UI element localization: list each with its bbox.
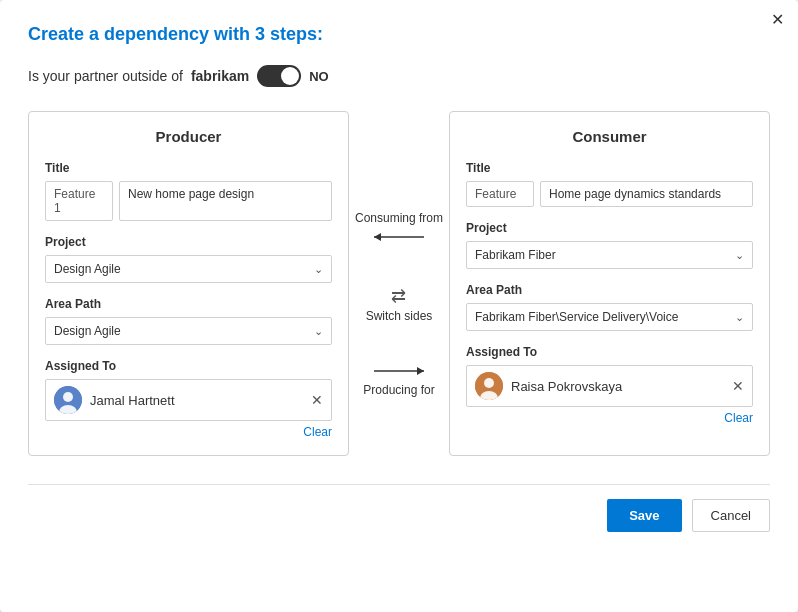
footer-row: Save Cancel [28, 484, 770, 532]
producer-title-label: Title [45, 161, 332, 175]
consumer-assigned-label: Assigned To [466, 345, 753, 359]
producer-clear-link[interactable]: Clear [45, 425, 332, 439]
producer-panel: Producer Title Feature 1 New home page d… [28, 111, 349, 456]
producer-project-value: Design Agile [54, 262, 121, 276]
consumer-avatar [475, 372, 503, 400]
producer-title-value[interactable]: New home page design [119, 181, 332, 221]
producer-assigned-name: Jamal Hartnett [90, 393, 303, 408]
consuming-from-arrow [369, 229, 429, 245]
svg-point-1 [63, 392, 73, 402]
toggle-no-label: NO [309, 69, 329, 84]
producing-for-area: Producing for [363, 363, 434, 397]
partner-name: fabrikam [191, 68, 249, 84]
producer-project-dropdown[interactable]: Design Agile ⌄ [45, 255, 332, 283]
consumer-assigned-name: Raisa Pokrovskaya [511, 379, 724, 394]
consumer-project-arrow-icon: ⌄ [735, 249, 744, 262]
consumer-title-value[interactable]: Home page dynamics standards [540, 181, 753, 207]
consumer-area-arrow-icon: ⌄ [735, 311, 744, 324]
columns-area: Producer Title Feature 1 New home page d… [28, 111, 770, 456]
producer-assigned-label: Assigned To [45, 359, 332, 373]
consumer-panel: Consumer Title Feature Home page dynamic… [449, 111, 770, 456]
middle-area: Consuming from ⇄ Switch sides [349, 111, 449, 456]
producer-area-dropdown[interactable]: Design Agile ⌄ [45, 317, 332, 345]
consumer-title-type: Feature [466, 181, 534, 207]
producer-area-value: Design Agile [54, 324, 121, 338]
producer-assigned-row: Jamal Hartnett ✕ [45, 379, 332, 421]
consumer-title-row: Feature Home page dynamics standards [466, 181, 753, 207]
close-button[interactable]: ✕ [771, 12, 784, 28]
consumer-title-label: Title [466, 161, 753, 175]
consumer-area-label: Area Path [466, 283, 753, 297]
switch-sides-icon: ⇄ [391, 285, 406, 307]
consumer-remove-icon[interactable]: ✕ [732, 378, 744, 394]
consumer-project-dropdown[interactable]: Fabrikam Fiber ⌄ [466, 241, 753, 269]
consumer-area-value: Fabrikam Fiber\Service Delivery\Voice [475, 310, 678, 324]
partner-outside-label: Is your partner outside of [28, 68, 183, 84]
producer-title-row: Feature 1 New home page design [45, 181, 332, 221]
producer-area-arrow-icon: ⌄ [314, 325, 323, 338]
svg-marker-4 [374, 233, 381, 241]
consumer-assigned-row: Raisa Pokrovskaya ✕ [466, 365, 753, 407]
partner-row: Is your partner outside of fabrikam NO [28, 65, 770, 87]
producer-project-arrow-icon: ⌄ [314, 263, 323, 276]
producer-title-type: Feature 1 [45, 181, 113, 221]
producing-for-label: Producing for [363, 383, 434, 397]
svg-point-8 [484, 378, 494, 388]
dialog-title: Create a dependency with 3 steps: [28, 24, 770, 45]
partner-toggle[interactable] [257, 65, 301, 87]
producer-area-label: Area Path [45, 297, 332, 311]
consuming-from-area: Consuming from [355, 211, 443, 245]
consumer-project-value: Fabrikam Fiber [475, 248, 556, 262]
consumer-area-dropdown[interactable]: Fabrikam Fiber\Service Delivery\Voice ⌄ [466, 303, 753, 331]
producing-for-arrow [369, 363, 429, 379]
switch-sides-area[interactable]: ⇄ Switch sides [366, 285, 433, 323]
consumer-clear-link[interactable]: Clear [466, 411, 753, 425]
producer-header: Producer [45, 128, 332, 145]
producer-remove-icon[interactable]: ✕ [311, 392, 323, 408]
consumer-project-label: Project [466, 221, 753, 235]
producer-project-label: Project [45, 235, 332, 249]
cancel-button[interactable]: Cancel [692, 499, 770, 532]
save-button[interactable]: Save [607, 499, 681, 532]
producer-avatar [54, 386, 82, 414]
consuming-from-label: Consuming from [355, 211, 443, 225]
dialog: ✕ Create a dependency with 3 steps: Is y… [0, 0, 798, 612]
consumer-header: Consumer [466, 128, 753, 145]
switch-sides-label: Switch sides [366, 309, 433, 323]
svg-marker-6 [417, 367, 424, 375]
